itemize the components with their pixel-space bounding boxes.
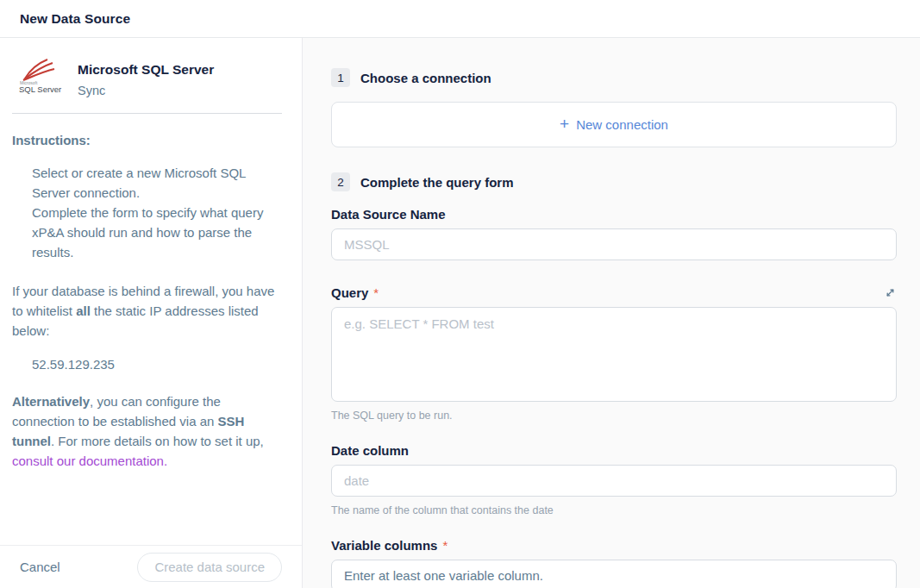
query-label: Query (331, 285, 368, 300)
new-connection-label: New connection (576, 117, 668, 132)
instructions-block: Instructions: Select or create a new Mic… (12, 130, 282, 471)
instruction-item: Select or create a new Microsoft SQL Ser… (32, 163, 282, 203)
query-textarea[interactable] (331, 307, 897, 402)
new-data-source-page: New Data Source Microsoft SQL Server Mic… (0, 0, 920, 588)
sidebar: Microsoft SQL Server Microsoft SQL Serve… (0, 38, 303, 588)
step-1-badge: 1 (331, 68, 350, 87)
ssh-note-text-2: . For more details on how to set it up, (51, 434, 264, 448)
expand-icon[interactable] (884, 286, 897, 299)
page-title: New Data Source (20, 11, 130, 27)
alternatively-bold: Alternatively (12, 394, 90, 409)
query-field: Query * The SQL query to be run. (331, 285, 897, 422)
source-header: Microsoft SQL Server Microsoft SQL Serve… (12, 55, 282, 97)
variable-columns-label: Variable columns (331, 538, 437, 553)
firewall-note: If your database is behind a firewall, y… (12, 281, 282, 341)
ip-address: 52.59.129.235 (12, 354, 282, 374)
data-source-name-field: Data Source Name (331, 207, 897, 260)
step-2-title: Complete the query form (360, 175, 514, 190)
sidebar-divider (12, 113, 282, 114)
logo-sql-server-text: SQL Server (14, 85, 62, 94)
variable-columns-field: Variable columns * (331, 538, 897, 588)
source-sync-label: Sync (78, 84, 214, 97)
date-column-label: Date column (331, 443, 409, 458)
step-1-row: 1 Choose a connection (331, 68, 897, 87)
step-2-row: 2 Complete the query form (331, 172, 897, 191)
date-column-input[interactable] (331, 465, 897, 497)
variable-columns-input[interactable] (331, 560, 897, 588)
documentation-link[interactable]: consult our documentation. (12, 454, 167, 468)
page-header: New Data Source (0, 0, 920, 38)
data-source-name-label: Data Source Name (331, 207, 446, 222)
new-connection-button[interactable]: + New connection (331, 102, 897, 147)
cancel-button[interactable]: Cancel (20, 560, 60, 574)
ssh-tunnel-note: Alternatively, you can configure the con… (12, 391, 282, 471)
step-2-badge: 2 (331, 172, 350, 191)
instructions-heading: Instructions: (12, 130, 282, 150)
main-panel: 1 Choose a connection + New connection 2… (303, 38, 920, 588)
create-data-source-button[interactable]: Create data source (137, 553, 282, 582)
date-column-field: Date column The name of the column that … (331, 443, 897, 516)
step-1-title: Choose a connection (360, 71, 491, 85)
plus-icon: + (560, 116, 569, 132)
instruction-item: Complete the form to specify what query … (32, 203, 282, 262)
sidebar-footer: Cancel Create data source (0, 545, 302, 588)
required-asterisk: * (373, 285, 379, 300)
data-source-name-input[interactable] (331, 228, 897, 260)
sql-server-logo-icon: Microsoft SQL Server (14, 59, 62, 94)
date-column-helper-text: The name of the column that contains the… (331, 504, 897, 516)
query-helper-text: The SQL query to be run. (331, 410, 897, 422)
source-name: Microsoft SQL Server (78, 62, 214, 78)
required-asterisk: * (442, 538, 447, 553)
firewall-note-bold: all (76, 303, 91, 318)
